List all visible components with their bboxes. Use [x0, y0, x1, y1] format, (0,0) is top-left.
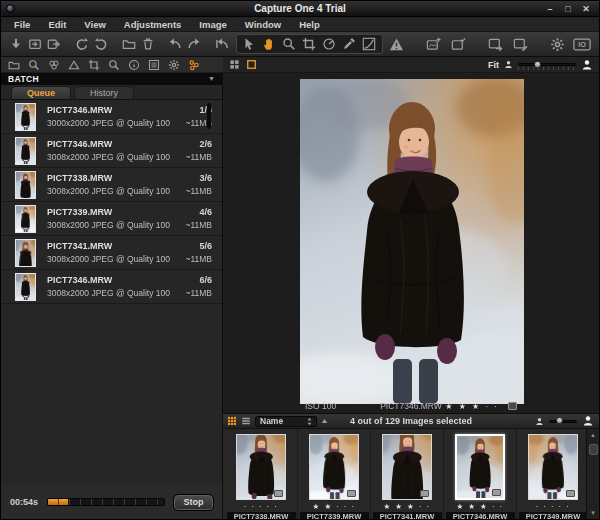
menu-view[interactable]: View — [75, 17, 114, 32]
menu-edit[interactable]: Edit — [39, 17, 75, 32]
queue-scrollbar[interactable] — [207, 103, 211, 129]
single-view-icon[interactable] — [246, 59, 257, 70]
warning-icon[interactable] — [386, 35, 406, 54]
queue-item[interactable]: PICT7341.MRW3008x2000 JPEG @ Quality 100… — [1, 236, 222, 270]
thumbnail-rating-stars[interactable]: · · · · · — [536, 502, 570, 511]
zoom-in-person-icon[interactable] — [581, 59, 593, 71]
export-icon[interactable] — [46, 35, 62, 54]
collapse-chevron-icon[interactable]: ▼ — [208, 74, 215, 84]
window-controls: – □ ✕ — [545, 2, 591, 16]
queue-item-thumbnail — [15, 137, 36, 165]
thumbnail-image[interactable] — [309, 434, 359, 500]
process-badge-icon — [566, 490, 575, 497]
export-settings-icon[interactable] — [485, 35, 505, 54]
zoom-mode-dropdown[interactable]: Fit — [488, 60, 499, 70]
tab-details-info-icon[interactable] — [125, 58, 143, 72]
tab-quick-loupe-icon[interactable] — [25, 58, 43, 72]
viewer-zoom-slider[interactable] — [518, 61, 576, 69]
reset-adjustments-icon[interactable] — [214, 35, 230, 54]
tab-crop-icon[interactable] — [85, 58, 103, 72]
sort-dropdown[interactable]: Name — [255, 416, 317, 427]
exposure-info-icon[interactable] — [572, 35, 592, 54]
thumbnail-cell-selected[interactable]: ★ ★ ★ · · PICT7346.MRW — [444, 429, 517, 519]
thumbnail-image[interactable] — [236, 434, 286, 500]
straighten-tool-icon[interactable] — [320, 36, 339, 52]
sort-stepper-icon[interactable] — [307, 417, 312, 426]
zoom-out-person-icon[interactable] — [504, 60, 513, 69]
thumbnail-rating-stars[interactable]: · · · · · — [244, 502, 278, 511]
thumbnail-filename: PICT7339.MRW — [300, 512, 369, 520]
tab-settings-gear-icon[interactable] — [165, 58, 183, 72]
list-view-icon[interactable] — [241, 416, 251, 426]
select-tool-icon[interactable] — [240, 36, 259, 52]
menu-window[interactable]: Window — [236, 17, 290, 32]
move-to-folder-icon[interactable] — [120, 35, 136, 54]
loupe-tool-icon[interactable] — [280, 36, 299, 52]
sort-direction-icon[interactable] — [321, 418, 328, 424]
process-badge-icon[interactable] — [508, 402, 517, 410]
new-capture-icon[interactable] — [423, 35, 443, 54]
thumb-size-large-icon[interactable] — [582, 415, 594, 427]
batch-tab-bar: Queue History — [1, 85, 222, 100]
color-picker-tool-icon[interactable] — [340, 36, 359, 52]
queue-item[interactable]: PICT7339.MRW3008x2000 JPEG @ Quality 100… — [1, 202, 222, 236]
menu-image[interactable]: Image — [190, 17, 235, 32]
thumbnail-rating-stars[interactable]: ★ ★ · · · — [313, 502, 356, 511]
queue-item-details: 3008x2000 JPEG @ Quality 100 — [47, 186, 174, 196]
scrollbar-thumb[interactable] — [589, 444, 598, 455]
queue-item[interactable]: PICT7346.MRW3008x2000 JPEG @ Quality 100… — [1, 134, 222, 168]
undo-icon[interactable] — [167, 35, 183, 54]
multi-view-icon[interactable] — [229, 59, 240, 70]
grid-view-icon[interactable] — [227, 416, 237, 426]
scroll-up-icon[interactable]: ▲ — [590, 431, 596, 439]
export-file-icon[interactable] — [510, 35, 530, 54]
toolbar-separator — [535, 44, 542, 45]
tab-color-wheels-icon[interactable] — [45, 58, 63, 72]
capture-check-icon[interactable] — [448, 35, 468, 54]
thumbnail-cell[interactable]: ★ ★ · · · PICT7339.MRW — [298, 429, 371, 519]
pan-tool-icon[interactable] — [260, 36, 279, 52]
main-photo[interactable] — [300, 79, 524, 404]
redo-icon[interactable] — [186, 35, 202, 54]
queue-item[interactable]: PICT7338.MRW3008x2000 JPEG @ Quality 100… — [1, 168, 222, 202]
queue-item[interactable]: PICT7346.MRW3008x2000 JPEG @ Quality 100… — [1, 270, 222, 304]
stop-button[interactable]: Stop — [174, 495, 213, 510]
menu-file[interactable]: File — [5, 17, 39, 32]
curves-tool-icon[interactable] — [360, 36, 379, 52]
thumbnail-cell[interactable]: · · · · · PICT7338.MRW — [225, 429, 298, 519]
thumbnail-rating-stars[interactable]: ★ ★ ★ · · — [456, 502, 503, 511]
thumb-size-slider[interactable] — [549, 417, 577, 425]
rotate-left-icon[interactable] — [74, 35, 90, 54]
scroll-down-icon[interactable]: ▼ — [590, 509, 596, 517]
maximize-button[interactable]: □ — [563, 2, 573, 16]
tab-focus-loupe-icon[interactable] — [105, 58, 123, 72]
tab-history[interactable]: History — [74, 86, 134, 99]
import-icon[interactable] — [27, 35, 43, 54]
tab-queue[interactable]: Queue — [11, 86, 71, 99]
viewer-rating-stars[interactable]: ★ ★ ★ · · — [445, 402, 499, 411]
tab-batch-icon[interactable] — [185, 58, 203, 72]
tab-metadata-list-icon[interactable] — [145, 58, 163, 72]
rotate-right-icon[interactable] — [93, 35, 109, 54]
menu-adjustments[interactable]: Adjustments — [115, 17, 191, 32]
queue-item-thumbnail — [15, 103, 36, 131]
batch-queue-list: PICT7346.MRW3000x2000 JPEG @ Quality 100… — [1, 100, 222, 485]
menu-help[interactable]: Help — [290, 17, 329, 32]
tab-exposure-triangle-icon[interactable] — [65, 58, 83, 72]
minimize-button[interactable]: – — [545, 2, 555, 16]
download-icon[interactable] — [8, 35, 24, 54]
thumbnail-rating-stars[interactable]: ★ ★ ★ · · — [383, 502, 430, 511]
close-button[interactable]: ✕ — [581, 2, 591, 16]
thumbnail-image[interactable] — [382, 434, 432, 500]
thumbnail-cell[interactable]: · · · · · PICT7349.MRW — [517, 429, 590, 519]
browser-scrollbar[interactable]: ▲ ▼ — [586, 429, 599, 519]
tab-library-folder-icon[interactable] — [5, 58, 23, 72]
crop-tool-icon[interactable] — [300, 36, 319, 52]
thumbnail-cell[interactable]: ★ ★ ★ · · PICT7341.MRW — [371, 429, 444, 519]
thumb-size-small-icon[interactable] — [535, 417, 544, 426]
trash-icon[interactable] — [140, 35, 156, 54]
queue-item[interactable]: PICT7346.MRW3000x2000 JPEG @ Quality 100… — [1, 100, 222, 134]
thumbnail-image[interactable] — [528, 434, 578, 500]
preferences-gear-icon[interactable] — [547, 35, 567, 54]
thumbnail-image[interactable] — [455, 434, 505, 500]
